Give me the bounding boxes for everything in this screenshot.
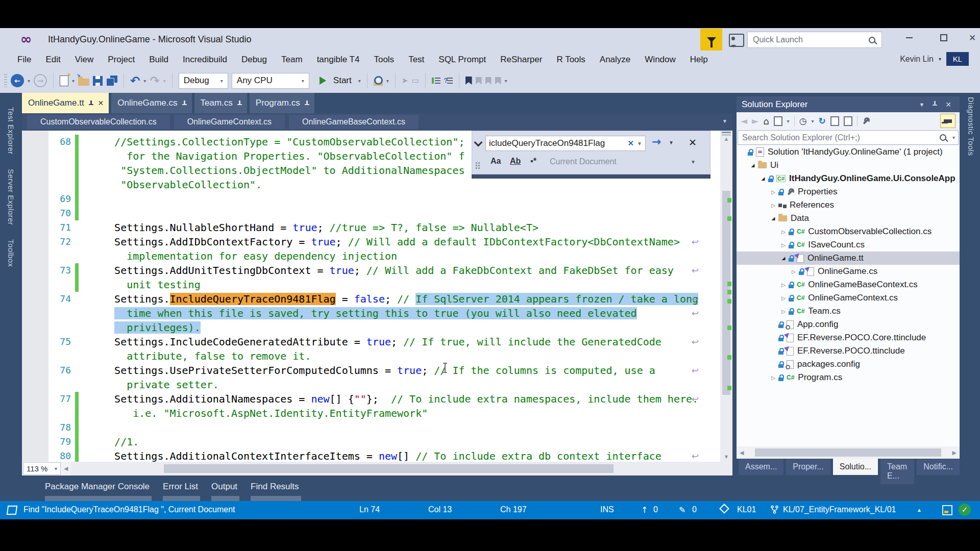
- start-debug-icon[interactable]: [320, 77, 326, 85]
- close-button[interactable]: ✕: [965, 30, 980, 45]
- expander-icon[interactable]: ◢: [750, 163, 756, 168]
- regex-button[interactable]: ▪*: [530, 157, 536, 166]
- expander-icon[interactable]: ▷: [780, 282, 787, 288]
- chevron-up-icon[interactable]: ▲: [917, 507, 922, 513]
- menu-item-analyze[interactable]: Analyze: [593, 51, 638, 68]
- doc-tab-onlinegamecontext-cs[interactable]: OnlineGameContext.cs: [174, 115, 285, 129]
- expander-icon[interactable]: ▷: [780, 309, 787, 314]
- chevron-down-icon[interactable]: ▼: [691, 159, 696, 165]
- menu-item-edit[interactable]: Edit: [38, 51, 67, 68]
- home-icon[interactable]: ⌂: [763, 116, 769, 127]
- expander-icon[interactable]: ▷: [770, 375, 776, 381]
- back-icon[interactable]: ◄: [741, 117, 747, 126]
- doc-tab-customobservablecollection-cs[interactable]: CustomObservableCollection.cs: [27, 115, 170, 129]
- tree-item-solution-ithandyguy-onlinegame-1-project[interactable]: ∞Solution 'ItHandyGuy.OnlineGame' (1 pro…: [737, 145, 960, 159]
- sidebar-tab-test-explorer[interactable]: Test Explorer: [7, 107, 15, 155]
- scroll-left-icon[interactable]: ◀: [61, 465, 71, 472]
- chevron-down-icon[interactable]: ▼: [669, 140, 674, 145]
- branch-name[interactable]: KL/07_EntityFramework_KL/01: [783, 505, 896, 514]
- tree-item-ui[interactable]: ◢Ui: [737, 159, 960, 172]
- navigate-forward-button[interactable]: →: [34, 74, 47, 87]
- clear-bookmarks-button[interactable]: [495, 77, 501, 85]
- tree-item-app-config[interactable]: App.config: [737, 318, 960, 331]
- close-find-icon[interactable]: ✕: [689, 137, 697, 148]
- panel-tab-package-manager-console[interactable]: Package Manager Console: [45, 475, 150, 501]
- tool-tab-assem[interactable]: Assem...: [739, 459, 783, 475]
- tree-item-properties[interactable]: ▷Properties: [737, 185, 960, 198]
- unpushed-commits-icon[interactable]: ↑: [641, 505, 648, 515]
- bookmark-button[interactable]: [465, 77, 472, 85]
- solution-platform-dropdown[interactable]: Any CPU ▾: [232, 73, 309, 89]
- menu-item-r-tools[interactable]: R Tools: [549, 51, 592, 68]
- find-search-input[interactable]: icludeQueryTraceOn9481Flag ✕ ▼: [485, 136, 646, 151]
- panel-tab-find-results[interactable]: Find Results: [251, 475, 299, 501]
- collapse-all-icon[interactable]: [844, 116, 852, 126]
- pin-icon[interactable]: [305, 101, 309, 106]
- tree-item-isavecount-cs[interactable]: ▷C#ISaveCount.cs: [737, 238, 960, 252]
- menu-item-view[interactable]: View: [68, 51, 101, 68]
- redo-button[interactable]: ↷: [150, 76, 159, 86]
- chevron-down-icon[interactable]: ▼: [637, 141, 645, 146]
- tree-item-data[interactable]: ◢Data: [737, 212, 960, 225]
- filter-button[interactable]: [700, 29, 722, 51]
- show-all-files-icon[interactable]: [830, 116, 839, 126]
- pin-icon[interactable]: [182, 101, 187, 106]
- tree-item-onlinegame-tt[interactable]: ◢OnlineGame.tt: [737, 252, 960, 265]
- expander-icon[interactable]: ◢: [770, 216, 776, 221]
- expander-icon[interactable]: ◢: [760, 176, 766, 181]
- undo-button[interactable]: ↶: [130, 76, 140, 86]
- vertical-scrollbar[interactable]: ▲ ▼: [720, 131, 732, 462]
- tree-item-packages-config[interactable]: packages.config: [737, 358, 960, 371]
- find-in-files-button[interactable]: [374, 79, 383, 86]
- navigate-cursor-icon[interactable]: ➤: [402, 76, 408, 85]
- sort-usings-button[interactable]: [432, 77, 440, 85]
- expander-icon[interactable]: ◢: [780, 256, 787, 261]
- quick-launch-input[interactable]: Quick Launch: [747, 32, 882, 48]
- next-bookmark-button[interactable]: [485, 77, 492, 85]
- save-all-button[interactable]: [106, 76, 117, 86]
- refresh-icon[interactable]: ↻: [819, 117, 826, 126]
- code-lines[interactable]: 68 //Settings.CollectionType = "CustomOb…: [22, 135, 720, 462]
- find-scope-dropdown[interactable]: Current Document: [550, 157, 617, 166]
- tool-tab-proper[interactable]: Proper...: [786, 459, 830, 475]
- doc-tab-onlinegamebasecontext-cs[interactable]: OnlineGameBaseContext.cs: [289, 115, 419, 129]
- preview-selected-items-toggle[interactable]: [940, 114, 955, 128]
- tree-item-ithandyguy-onlinegame-ui-consoleapp[interactable]: ◢C#ItHandyGuy.OnlineGame.Ui.ConsoleApp: [737, 172, 960, 185]
- toolbar-overflow-icon[interactable]: ▾: [505, 78, 507, 84]
- properties-wrench-icon[interactable]: [862, 117, 870, 125]
- find-next-button[interactable]: →: [652, 135, 661, 148]
- expander-icon[interactable]: ▷: [770, 203, 776, 208]
- resize-grip[interactable]: [475, 162, 480, 170]
- restore-button[interactable]: [933, 30, 954, 45]
- forward-icon[interactable]: ►: [752, 117, 758, 126]
- scroll-left-icon[interactable]: ◀: [737, 449, 747, 456]
- switch-views-icon[interactable]: [774, 116, 782, 126]
- window-position-icon[interactable]: ▼: [919, 102, 924, 108]
- save-button[interactable]: [93, 76, 103, 86]
- menu-item-tangible-t4[interactable]: tangible T4: [310, 51, 367, 68]
- expander-icon[interactable]: ▷: [780, 295, 787, 301]
- start-button[interactable]: Start: [333, 76, 352, 86]
- toolbar-overflow-icon[interactable]: ▾: [386, 78, 389, 84]
- tool-tab-notific[interactable]: Notific...: [917, 459, 960, 475]
- sidebar-tab-toolbox[interactable]: Toolbox: [7, 239, 15, 267]
- new-file-button[interactable]: [60, 76, 68, 86]
- solution-search-input[interactable]: Search Solution Explorer (Ctrl+;) ▾: [738, 130, 959, 145]
- zoom-level-dropdown[interactable]: 113 % ▾: [23, 462, 61, 475]
- avatar[interactable]: KL: [946, 52, 969, 66]
- publish-icon[interactable]: [942, 505, 952, 515]
- solution-horizontal-scrollbar[interactable]: ◀ ▶: [737, 446, 960, 459]
- tree-item-program-cs[interactable]: ▷C#Program.cs: [737, 371, 960, 384]
- panel-tab-output[interactable]: Output: [211, 475, 237, 501]
- chevron-down-icon[interactable]: ▾: [358, 78, 361, 84]
- tool-tab-solutio[interactable]: Solutio...: [833, 459, 878, 475]
- pin-icon[interactable]: [933, 101, 937, 108]
- tree-item-onlinegame-cs[interactable]: ▷OnlineGame.cs: [737, 265, 960, 278]
- expander-icon[interactable]: ▷: [770, 189, 776, 195]
- tree-item-customobservablecollection-cs[interactable]: ▷C#CustomObservableCollection.cs: [737, 225, 960, 238]
- unpushed-commits-count[interactable]: 0: [653, 505, 658, 514]
- pin-icon[interactable]: [237, 101, 242, 106]
- menu-item-help[interactable]: Help: [683, 51, 715, 68]
- menu-item-file[interactable]: File: [10, 51, 38, 68]
- comment-button[interactable]: ▭: [411, 76, 419, 85]
